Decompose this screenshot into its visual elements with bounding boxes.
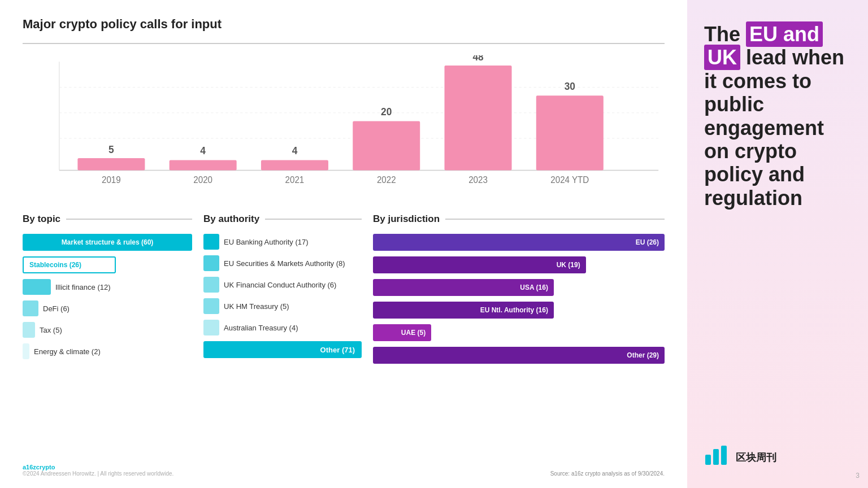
auth-label-uk-treasury: UK HM Treasury (5): [224, 302, 289, 311]
topic-item-stablecoins: Stablecoins (26): [23, 256, 192, 273]
juris-bar-uae-label: UAE (5): [401, 329, 426, 337]
juris-bar-uae: UAE (5): [373, 324, 431, 341]
topic-item-defi: DeFi (6): [23, 300, 192, 316]
copyright-text: ©2024 Andreessen Horowitz. | All rights …: [23, 470, 173, 477]
svg-rect-11: [261, 160, 328, 170]
svg-text:2021: 2021: [285, 175, 305, 185]
topic-bar-energy-label: Energy & climate (2): [34, 347, 101, 356]
topic-bar-tax-color: [23, 322, 35, 338]
juris-bar-eu-ntl-label: EU Ntl. Authority (16): [480, 306, 548, 314]
title-divider: [23, 43, 665, 44]
by-topic-section: By topic Market structure & rules (60) S…: [23, 213, 192, 458]
main-content: Major crypto policy calls for input 5 20…: [0, 0, 687, 488]
eu-highlight: EU and: [746, 21, 823, 47]
headline-post: lead when it comes to public engagement …: [704, 46, 844, 209]
juris-bar-other: Other (29): [373, 347, 665, 364]
logo-icon: [704, 443, 731, 471]
logo-chinese-text: 区块周刊: [736, 451, 776, 464]
bar-chart: 5 2019 4 2020 4 2021 20 2022 48 2023 30 …: [23, 55, 665, 202]
headline-pre: The: [704, 23, 746, 46]
svg-rect-24: [713, 449, 719, 465]
auth-color-aus-treasury: [203, 320, 219, 336]
page-number: 3: [856, 472, 860, 480]
topic-item-tax: Tax (5): [23, 322, 192, 338]
topic-bar-market-label: Market structure & rules (60): [62, 238, 154, 246]
auth-item-uk-treasury: UK HM Treasury (5): [203, 298, 362, 314]
auth-item-uk-fca: UK Financial Conduct Authority (6): [203, 277, 362, 293]
svg-rect-25: [721, 446, 727, 465]
svg-text:4: 4: [292, 145, 298, 156]
auth-item-aus-treasury: Australian Treasury (4): [203, 320, 362, 336]
auth-color-eu-banking: [203, 234, 219, 250]
juris-bar-usa: USA (16): [373, 279, 554, 296]
auth-color-uk-treasury: [203, 298, 219, 314]
topic-bar-defi-color: [23, 300, 38, 316]
auth-label-eu-banking: EU Banking Authority (17): [224, 238, 309, 246]
topic-bar-stablecoins-label: Stablecoins (26): [29, 261, 81, 269]
svg-rect-8: [170, 160, 237, 170]
topic-bar-tax-label: Tax (5): [40, 326, 62, 334]
topic-item-illicit: Illicit finance (12): [23, 279, 192, 295]
juris-bar-eu: EU (26): [373, 234, 665, 251]
svg-rect-14: [353, 121, 420, 170]
footer-left: a16zcrypto ©2024 Andreessen Horowitz. | …: [23, 464, 173, 477]
auth-color-uk-fca: [203, 277, 219, 293]
topic-bar-illicit-label: Illicit finance (12): [55, 283, 111, 291]
topic-bar-stablecoins: Stablecoins (26): [23, 256, 116, 273]
juris-bar-eu-ntl: EU Ntl. Authority (16): [373, 302, 554, 319]
juris-bar-uk: UK (19): [373, 256, 586, 273]
brand-name: a16zcrypto: [23, 464, 173, 470]
auth-label-aus-treasury: Australian Treasury (4): [224, 324, 298, 332]
topic-item-energy: Energy & climate (2): [23, 343, 192, 359]
svg-text:2023: 2023: [468, 175, 488, 185]
svg-rect-20: [536, 95, 604, 170]
auth-label-uk-fca: UK Financial Conduct Authority (6): [224, 281, 336, 289]
topic-item-market: Market structure & rules (60): [23, 234, 192, 251]
svg-rect-23: [705, 455, 711, 465]
auth-item-eu-banking: EU Banking Authority (17): [203, 234, 362, 250]
by-jurisdiction-title: By jurisdiction: [373, 213, 665, 225]
footer: a16zcrypto ©2024 Andreessen Horowitz. | …: [23, 464, 665, 477]
auth-label-eu-securities: EU Securities & Markets Authority (8): [224, 259, 345, 268]
auth-bar-other: Other (71): [203, 341, 362, 358]
svg-rect-17: [445, 66, 512, 170]
by-topic-title: By topic: [23, 213, 192, 225]
svg-text:2019: 2019: [102, 175, 121, 185]
uk-highlight: UK: [704, 45, 740, 70]
topic-bar-defi-label: DeFi (6): [43, 304, 70, 313]
juris-bar-other-label: Other (29): [627, 351, 659, 359]
auth-item-eu-securities: EU Securities & Markets Authority (8): [203, 255, 362, 271]
auth-color-eu-securities: [203, 255, 219, 271]
logo-chart-icon: [704, 443, 731, 466]
topic-bar-energy-color: [23, 343, 29, 359]
page-title: Major crypto policy calls for input: [23, 17, 665, 32]
by-authority-title: By authority: [203, 213, 362, 225]
auth-bar-other-label: Other (71): [320, 346, 355, 354]
juris-bar-uk-label: UK (19): [557, 261, 580, 269]
svg-text:2024 YTD: 2024 YTD: [550, 175, 589, 185]
by-jurisdiction-section: By jurisdiction EU (26) UK (19) USA (16)…: [373, 213, 665, 458]
topic-bar-market: Market structure & rules (60): [23, 234, 192, 251]
auth-item-other: Other (71): [203, 341, 362, 358]
sidebar-logo: 区块周刊: [704, 443, 851, 471]
juris-bar-usa-label: USA (16): [520, 284, 548, 291]
by-authority-section: By authority EU Banking Authority (17) E…: [192, 213, 373, 458]
logo-text: 区块周刊: [736, 451, 776, 464]
bottom-sections: By topic Market structure & rules (60) S…: [23, 213, 665, 458]
footer-source: Source: a16z crypto analysis as of 9/30/…: [550, 470, 665, 477]
juris-row-uae: UAE (5): [373, 324, 665, 341]
sidebar: The EU and UK lead when it comes to publ…: [687, 0, 868, 488]
chart-svg: 5 2019 4 2020 4 2021 20 2022 48 2023 30 …: [23, 55, 665, 202]
svg-text:4: 4: [200, 145, 206, 156]
sidebar-headline: The EU and UK lead when it comes to publ…: [704, 23, 851, 210]
svg-text:20: 20: [381, 106, 392, 117]
svg-text:2020: 2020: [193, 175, 212, 185]
svg-text:5: 5: [108, 144, 114, 155]
topic-bar-illicit-color: [23, 279, 51, 295]
svg-text:2022: 2022: [377, 175, 396, 185]
svg-text:48: 48: [472, 55, 483, 63]
svg-text:30: 30: [565, 81, 575, 92]
juris-bar-eu-label: EU (26): [636, 238, 659, 246]
svg-rect-5: [77, 158, 145, 170]
